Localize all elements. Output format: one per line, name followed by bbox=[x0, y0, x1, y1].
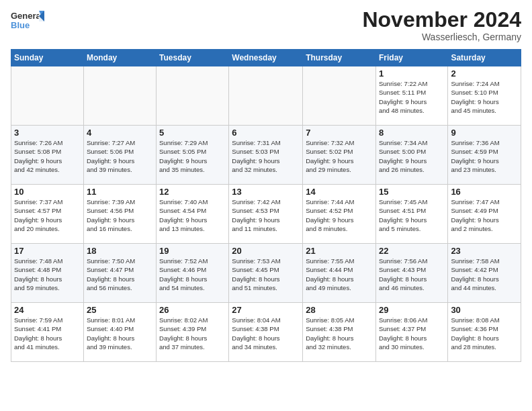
header-thursday: Thursday bbox=[303, 50, 376, 66]
calendar-cell: 4Sunrise: 7:27 AMSunset: 5:06 PMDaylight… bbox=[83, 126, 156, 185]
calendar-cell bbox=[11, 66, 84, 126]
logo: General Blue bbox=[11, 8, 44, 34]
header-monday: Monday bbox=[83, 50, 156, 66]
calendar-cell: 20Sunrise: 7:53 AMSunset: 4:45 PMDayligh… bbox=[229, 244, 303, 303]
calendar-cell: 29Sunrise: 8:06 AMSunset: 4:37 PMDayligh… bbox=[375, 303, 447, 362]
day-number: 26 bbox=[159, 305, 226, 315]
day-info: Sunrise: 7:58 AMSunset: 4:42 PMDaylight:… bbox=[451, 257, 499, 291]
day-info: Sunrise: 7:42 AMSunset: 4:53 PMDaylight:… bbox=[232, 198, 280, 232]
day-info: Sunrise: 7:53 AMSunset: 4:45 PMDaylight:… bbox=[232, 257, 280, 291]
calendar-week-4: 24Sunrise: 7:59 AMSunset: 4:41 PMDayligh… bbox=[11, 303, 521, 362]
day-info: Sunrise: 7:55 AMSunset: 4:44 PMDaylight:… bbox=[306, 257, 354, 291]
calendar-cell: 28Sunrise: 8:05 AMSunset: 4:38 PMDayligh… bbox=[303, 303, 376, 362]
title-block: November 2024 Wasserliesch, Germany bbox=[362, 8, 521, 42]
calendar-cell bbox=[83, 66, 156, 126]
day-info: Sunrise: 7:48 AMSunset: 4:48 PMDaylight:… bbox=[14, 257, 62, 291]
day-number: 17 bbox=[14, 246, 81, 256]
day-number: 13 bbox=[232, 187, 300, 197]
day-info: Sunrise: 7:26 AMSunset: 5:08 PMDaylight:… bbox=[14, 139, 62, 173]
calendar-cell: 11Sunrise: 7:39 AMSunset: 4:56 PMDayligh… bbox=[83, 185, 156, 244]
day-info: Sunrise: 7:39 AMSunset: 4:56 PMDaylight:… bbox=[87, 198, 135, 232]
calendar-cell: 3Sunrise: 7:26 AMSunset: 5:08 PMDaylight… bbox=[11, 126, 84, 185]
day-info: Sunrise: 8:06 AMSunset: 4:37 PMDaylight:… bbox=[379, 316, 427, 351]
day-number: 19 bbox=[159, 246, 226, 256]
day-number: 24 bbox=[14, 305, 81, 315]
logo-svg: General Blue bbox=[11, 8, 44, 34]
day-info: Sunrise: 7:40 AMSunset: 4:54 PMDaylight:… bbox=[159, 198, 208, 232]
calendar-cell bbox=[157, 66, 229, 126]
day-info: Sunrise: 8:08 AMSunset: 4:36 PMDaylight:… bbox=[451, 316, 499, 351]
day-info: Sunrise: 8:02 AMSunset: 4:39 PMDaylight:… bbox=[159, 316, 208, 351]
calendar-cell: 25Sunrise: 8:01 AMSunset: 4:40 PMDayligh… bbox=[83, 303, 156, 362]
day-info: Sunrise: 7:56 AMSunset: 4:43 PMDaylight:… bbox=[379, 257, 427, 291]
day-number: 29 bbox=[379, 305, 445, 315]
header-tuesday: Tuesday bbox=[157, 50, 229, 66]
header-friday: Friday bbox=[375, 50, 447, 66]
day-info: Sunrise: 7:59 AMSunset: 4:41 PMDaylight:… bbox=[14, 316, 62, 351]
svg-text:Blue: Blue bbox=[11, 20, 30, 30]
day-number: 12 bbox=[159, 187, 226, 197]
calendar-cell: 26Sunrise: 8:02 AMSunset: 4:39 PMDayligh… bbox=[157, 303, 229, 362]
calendar-cell: 15Sunrise: 7:45 AMSunset: 4:51 PMDayligh… bbox=[375, 185, 447, 244]
page-container: General Blue November 2024 Wasserliesch,… bbox=[0, 0, 532, 367]
calendar-cell: 5Sunrise: 7:29 AMSunset: 5:05 PMDaylight… bbox=[157, 126, 229, 185]
calendar-cell: 9Sunrise: 7:36 AMSunset: 4:59 PMDaylight… bbox=[448, 126, 521, 185]
day-number: 9 bbox=[451, 128, 518, 138]
calendar-cell: 27Sunrise: 8:04 AMSunset: 4:38 PMDayligh… bbox=[229, 303, 303, 362]
calendar-table: Sunday Monday Tuesday Wednesday Thursday… bbox=[11, 49, 521, 362]
day-info: Sunrise: 7:50 AMSunset: 4:47 PMDaylight:… bbox=[87, 257, 135, 291]
day-number: 25 bbox=[87, 305, 153, 315]
day-info: Sunrise: 7:32 AMSunset: 5:02 PMDaylight:… bbox=[306, 139, 354, 173]
day-info: Sunrise: 7:24 AMSunset: 5:10 PMDaylight:… bbox=[451, 80, 499, 114]
day-number: 14 bbox=[306, 187, 373, 197]
day-number: 16 bbox=[451, 187, 518, 197]
day-number: 22 bbox=[379, 246, 445, 256]
day-number: 20 bbox=[232, 246, 300, 256]
calendar-cell: 17Sunrise: 7:48 AMSunset: 4:48 PMDayligh… bbox=[11, 244, 84, 303]
day-info: Sunrise: 7:27 AMSunset: 5:06 PMDaylight:… bbox=[87, 139, 135, 173]
calendar-cell: 16Sunrise: 7:47 AMSunset: 4:49 PMDayligh… bbox=[448, 185, 521, 244]
calendar-week-1: 3Sunrise: 7:26 AMSunset: 5:08 PMDaylight… bbox=[11, 126, 521, 185]
calendar-cell: 22Sunrise: 7:56 AMSunset: 4:43 PMDayligh… bbox=[375, 244, 447, 303]
calendar-week-0: 1Sunrise: 7:22 AMSunset: 5:11 PMDaylight… bbox=[11, 66, 521, 126]
header-wednesday: Wednesday bbox=[229, 50, 303, 66]
day-number: 2 bbox=[451, 68, 518, 79]
day-number: 6 bbox=[232, 128, 300, 138]
day-info: Sunrise: 8:05 AMSunset: 4:38 PMDaylight:… bbox=[306, 316, 354, 351]
calendar-cell: 13Sunrise: 7:42 AMSunset: 4:53 PMDayligh… bbox=[229, 185, 303, 244]
calendar-cell bbox=[229, 66, 303, 126]
day-info: Sunrise: 8:04 AMSunset: 4:38 PMDaylight:… bbox=[232, 316, 280, 351]
month-title: November 2024 bbox=[362, 8, 521, 32]
calendar-cell: 23Sunrise: 7:58 AMSunset: 4:42 PMDayligh… bbox=[448, 244, 521, 303]
day-info: Sunrise: 8:01 AMSunset: 4:40 PMDaylight:… bbox=[87, 316, 135, 351]
svg-text:General: General bbox=[11, 11, 43, 21]
day-info: Sunrise: 7:31 AMSunset: 5:03 PMDaylight:… bbox=[232, 139, 280, 173]
calendar-cell: 6Sunrise: 7:31 AMSunset: 5:03 PMDaylight… bbox=[229, 126, 303, 185]
day-number: 18 bbox=[87, 246, 153, 256]
calendar-cell: 12Sunrise: 7:40 AMSunset: 4:54 PMDayligh… bbox=[157, 185, 229, 244]
day-number: 21 bbox=[306, 246, 373, 256]
day-info: Sunrise: 7:36 AMSunset: 4:59 PMDaylight:… bbox=[451, 139, 499, 173]
header-sunday: Sunday bbox=[11, 50, 84, 66]
header: General Blue November 2024 Wasserliesch,… bbox=[11, 8, 521, 42]
calendar-cell: 30Sunrise: 8:08 AMSunset: 4:36 PMDayligh… bbox=[448, 303, 521, 362]
day-info: Sunrise: 7:44 AMSunset: 4:52 PMDaylight:… bbox=[306, 198, 354, 232]
day-number: 23 bbox=[451, 246, 518, 256]
header-row: Sunday Monday Tuesday Wednesday Thursday… bbox=[11, 50, 521, 66]
day-info: Sunrise: 7:52 AMSunset: 4:46 PMDaylight:… bbox=[159, 257, 208, 291]
day-number: 27 bbox=[232, 305, 300, 315]
calendar-cell: 2Sunrise: 7:24 AMSunset: 5:10 PMDaylight… bbox=[448, 66, 521, 126]
calendar-cell: 7Sunrise: 7:32 AMSunset: 5:02 PMDaylight… bbox=[303, 126, 376, 185]
day-info: Sunrise: 7:37 AMSunset: 4:57 PMDaylight:… bbox=[14, 198, 62, 232]
day-number: 11 bbox=[87, 187, 153, 197]
day-number: 4 bbox=[87, 128, 153, 138]
day-number: 8 bbox=[379, 128, 445, 138]
day-number: 30 bbox=[451, 305, 518, 315]
day-number: 7 bbox=[306, 128, 373, 138]
calendar-week-3: 17Sunrise: 7:48 AMSunset: 4:48 PMDayligh… bbox=[11, 244, 521, 303]
day-info: Sunrise: 7:45 AMSunset: 4:51 PMDaylight:… bbox=[379, 198, 427, 232]
header-saturday: Saturday bbox=[448, 50, 521, 66]
day-info: Sunrise: 7:47 AMSunset: 4:49 PMDaylight:… bbox=[451, 198, 499, 232]
day-number: 10 bbox=[14, 187, 81, 197]
calendar-cell: 14Sunrise: 7:44 AMSunset: 4:52 PMDayligh… bbox=[303, 185, 376, 244]
